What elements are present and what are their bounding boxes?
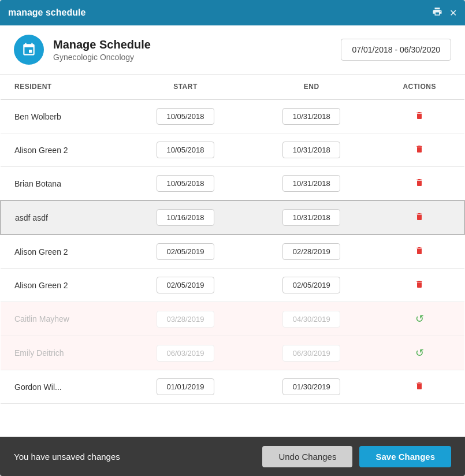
- start-date-input[interactable]: 10/16/2018: [157, 209, 214, 226]
- cell-actions: [374, 235, 464, 269]
- cell-resident: Caitlin Mayhew: [1, 302, 122, 336]
- table-body: Ben Wolberb 10/05/2018 10/31/2018 Alison…: [1, 99, 464, 404]
- cell-end: 02/05/2019: [248, 269, 374, 302]
- cell-resident: Gordon Wil...: [1, 370, 122, 404]
- cell-start: 06/03/2019: [122, 336, 248, 370]
- end-date-input[interactable]: 02/28/2019: [282, 243, 340, 260]
- undo-row-button[interactable]: ↺: [413, 344, 426, 362]
- delete-row-button[interactable]: [412, 244, 426, 260]
- table-row: Alison Green 2 10/05/2018 10/31/2018: [1, 133, 464, 167]
- cell-resident: Alison Green 2: [1, 269, 122, 302]
- save-changes-button[interactable]: Save Changes: [359, 446, 451, 467]
- cell-end: 04/30/2019: [248, 302, 374, 336]
- delete-row-button[interactable]: [412, 210, 426, 226]
- table-row: Caitlin Mayhew 03/28/2019 04/30/2019 ↺: [1, 302, 464, 336]
- calendar-icon: [21, 42, 36, 57]
- undo-changes-button[interactable]: Undo Changes: [262, 446, 352, 467]
- cell-actions: ↺: [374, 302, 464, 336]
- cell-end: 06/30/2019: [248, 336, 374, 370]
- cell-start: 01/01/2019: [122, 370, 248, 404]
- schedule-table: RESIDENT START END ACTIONS Ben Wolberb 1…: [0, 75, 465, 404]
- start-date-input[interactable]: 06/03/2019: [157, 345, 214, 362]
- unsaved-changes-message: You have unsaved changes: [14, 452, 120, 462]
- cell-actions: ↺: [374, 336, 464, 370]
- cell-start: 02/05/2019: [122, 269, 248, 302]
- cell-end: 10/31/2018: [248, 133, 374, 167]
- date-range-display: 07/01/2018 - 06/30/2020: [341, 39, 451, 61]
- cell-start: 10/05/2018: [122, 99, 248, 133]
- header-icon: [14, 35, 44, 65]
- col-header-start: START: [122, 75, 248, 99]
- cell-resident: Emily Deitrich: [1, 336, 122, 370]
- table-row: Gordon Wil... 01/01/2019 01/30/2019: [1, 370, 464, 404]
- cell-resident: Brian Botana: [1, 167, 122, 201]
- cell-actions: [374, 99, 464, 133]
- start-date-input[interactable]: 03/28/2019: [157, 311, 214, 328]
- page-title: Manage Schedule: [53, 38, 151, 51]
- close-icon[interactable]: ✕: [449, 8, 457, 18]
- cell-resident: Alison Green 2: [1, 235, 122, 269]
- cell-actions: [374, 269, 464, 302]
- end-date-input[interactable]: 01/30/2019: [282, 378, 340, 395]
- end-date-input[interactable]: 10/31/2018: [282, 108, 340, 125]
- cell-resident: asdf asdf: [1, 200, 122, 235]
- cell-resident: Ben Wolberb: [1, 99, 122, 133]
- start-date-input[interactable]: 10/05/2018: [157, 108, 214, 125]
- cell-actions: [374, 167, 464, 201]
- start-date-input[interactable]: 02/05/2019: [157, 243, 214, 260]
- title-bar-actions: ✕: [432, 6, 457, 19]
- footer-actions: Undo Changes Save Changes: [262, 446, 451, 467]
- cell-actions: [374, 370, 464, 404]
- undo-row-button[interactable]: ↺: [413, 310, 426, 328]
- delete-row-button[interactable]: [412, 176, 426, 192]
- header-section: Manage Schedule Gynecologic Oncology 07/…: [0, 25, 465, 75]
- cell-end: 01/30/2019: [248, 370, 374, 404]
- delete-row-button[interactable]: [412, 142, 426, 158]
- table-container: RESIDENT START END ACTIONS Ben Wolberb 1…: [0, 75, 465, 437]
- table-header-row: RESIDENT START END ACTIONS: [1, 75, 464, 99]
- cell-end: 02/28/2019: [248, 235, 374, 269]
- delete-row-button[interactable]: [412, 379, 426, 395]
- cell-actions: [374, 200, 464, 235]
- end-date-input[interactable]: 10/31/2018: [282, 209, 340, 226]
- table-row: Brian Botana 10/05/2018 10/31/2018: [1, 167, 464, 201]
- table-row: Alison Green 2 02/05/2019 02/05/2019: [1, 269, 464, 302]
- end-date-input[interactable]: 10/31/2018: [282, 142, 340, 158]
- cell-end: 10/31/2018: [248, 200, 374, 235]
- title-bar: manage schedule ✕: [0, 0, 465, 25]
- col-header-actions: ACTIONS: [374, 75, 464, 99]
- end-date-input[interactable]: 10/31/2018: [282, 175, 340, 192]
- end-date-input[interactable]: 02/05/2019: [282, 277, 340, 293]
- title-bar-title: manage schedule: [8, 8, 85, 18]
- start-date-input[interactable]: 01/01/2019: [157, 378, 214, 395]
- cell-end: 10/31/2018: [248, 99, 374, 133]
- cell-start: 10/05/2018: [122, 133, 248, 167]
- start-date-input[interactable]: 02/05/2019: [157, 277, 214, 293]
- cell-start: 02/05/2019: [122, 235, 248, 269]
- start-date-input[interactable]: 10/05/2018: [157, 175, 214, 192]
- cell-resident: Alison Green 2: [1, 133, 122, 167]
- cell-end: 10/31/2018: [248, 167, 374, 201]
- delete-row-button[interactable]: [412, 277, 426, 293]
- delete-row-button[interactable]: [412, 109, 426, 125]
- col-header-resident: RESIDENT: [1, 75, 122, 99]
- header-left: Manage Schedule Gynecologic Oncology: [14, 35, 151, 65]
- cell-start: 10/05/2018: [122, 167, 248, 201]
- header-text: Manage Schedule Gynecologic Oncology: [53, 38, 151, 62]
- end-date-input[interactable]: 04/30/2019: [282, 311, 340, 328]
- main-window: manage schedule ✕ Manage Schedule Gyneco…: [0, 0, 465, 476]
- page-subtitle: Gynecologic Oncology: [53, 53, 151, 62]
- table-row: Alison Green 2 02/05/2019 02/28/2019: [1, 235, 464, 269]
- col-header-end: END: [248, 75, 374, 99]
- table-row: asdf asdf 10/16/2018 10/31/2018: [1, 200, 464, 235]
- print-icon[interactable]: [432, 6, 442, 19]
- footer-bar: You have unsaved changes Undo Changes Sa…: [0, 437, 465, 476]
- start-date-input[interactable]: 10/05/2018: [157, 142, 214, 158]
- cell-actions: [374, 133, 464, 167]
- cell-start: 10/16/2018: [122, 200, 248, 235]
- table-row: Ben Wolberb 10/05/2018 10/31/2018: [1, 99, 464, 133]
- table-row: Emily Deitrich 06/03/2019 06/30/2019 ↺: [1, 336, 464, 370]
- end-date-input[interactable]: 06/30/2019: [282, 345, 340, 362]
- cell-start: 03/28/2019: [122, 302, 248, 336]
